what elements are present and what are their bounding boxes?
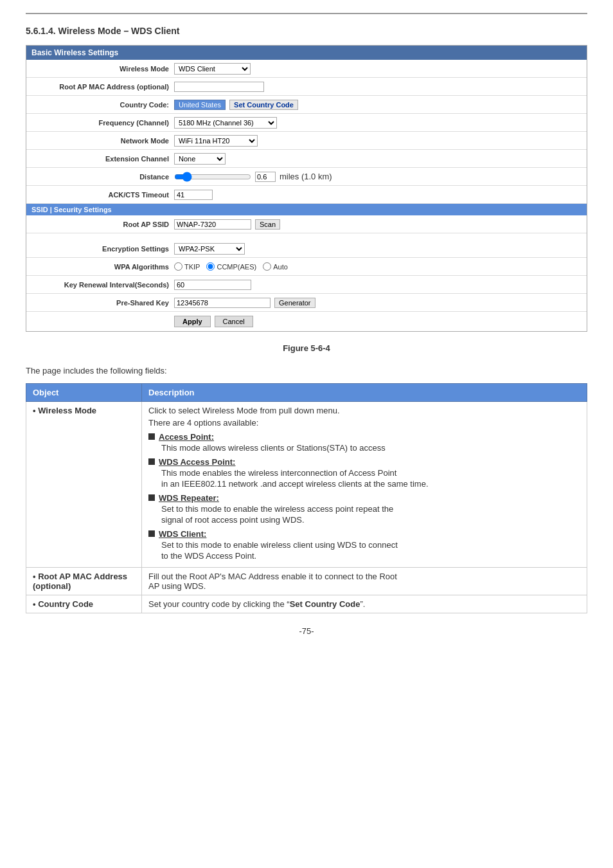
root-ap-desc: Fill out the Root AP's MAC Address enabl… <box>142 568 587 595</box>
ccmp-radio-item: CCMP(AES) <box>206 262 256 271</box>
ccmp-label: CCMP(AES) <box>217 263 256 271</box>
country-code-desc-row: • Country Code Set your country code by … <box>26 595 587 613</box>
col1-header: Object <box>26 384 142 402</box>
wds-ap-title: WDS Access Point: <box>159 457 235 467</box>
wm-options-intro: There are 4 options available: <box>148 418 580 428</box>
root-ap-ssid-label: Root AP SSID <box>26 221 174 228</box>
root-ap-mac-input[interactable] <box>174 82 264 92</box>
ext-channel-select[interactable]: None <box>174 153 226 165</box>
key-renewal-label: Key Renewal Interval(Seconds) <box>26 281 174 289</box>
ack-timeout-input[interactable] <box>174 190 213 200</box>
wireless-mode-select[interactable]: WDS Client Access Point WDS Access Point… <box>174 63 251 75</box>
wireless-mode-row: Wireless Mode WDS Client Access Point WD… <box>26 60 587 78</box>
wireless-mode-desc: Click to select Wireless Mode from pull … <box>142 402 587 568</box>
key-renewal-input[interactable] <box>174 280 251 290</box>
distance-slider[interactable] <box>174 172 251 182</box>
wm-options-list: Access Point: This mode allows wireless … <box>148 431 580 561</box>
root-ap-desc2: AP using WDS. <box>148 581 206 591</box>
root-ap-ssid-input[interactable] <box>174 219 251 230</box>
country-code-object: • Country Code <box>26 595 142 613</box>
frequency-select[interactable]: 5180 MHz (Channel 36) <box>174 117 277 129</box>
description-table: Object Description • Wireless Mode Click… <box>26 383 587 613</box>
encryption-select[interactable]: WPA2-PSK <box>174 243 245 255</box>
tkip-label: TKIP <box>184 263 200 271</box>
auto-label: Auto <box>273 263 288 271</box>
wpa-algo-label: WPA Algorithms <box>26 263 174 271</box>
tkip-radio[interactable] <box>174 262 182 271</box>
distance-unit: miles (1.0 km) <box>280 172 332 181</box>
wds-ap-desc2: in an IEEE802.11 network .and accept wir… <box>148 479 580 489</box>
tkip-radio-item: TKIP <box>174 262 200 271</box>
distance-row: Distance miles (1.0 km) <box>26 168 587 186</box>
bullet-wds-ap <box>148 458 155 465</box>
wireless-mode-object: • Wireless Mode <box>26 402 142 568</box>
root-ap-desc-row: • Root AP MAC Address (optional) Fill ou… <box>26 568 587 595</box>
wds-client-desc1: Set to this mode to enable wireless clie… <box>148 540 580 550</box>
ext-channel-label: Extension Channel <box>26 155 174 163</box>
col2-header: Description <box>142 384 587 402</box>
pre-shared-label: Pre-Shared Key <box>26 299 174 307</box>
bullet-ap <box>148 433 155 440</box>
network-mode-select[interactable]: WiFi 11na HT20 <box>174 135 258 147</box>
frequency-label: Frequency (Channel) <box>26 119 174 127</box>
wds-client-title: WDS Client: <box>159 529 206 539</box>
country-code-desc-text: Set your country code by clicking the “S… <box>148 599 365 609</box>
figure-caption: Figure 5-6-4 <box>26 343 587 353</box>
ack-timeout-label: ACK/CTS Timeout <box>26 191 174 199</box>
wds-repeater-title: WDS Repeater: <box>159 493 219 503</box>
page-description: The page includes the following fields: <box>26 366 587 375</box>
ap-title: Access Point: <box>159 432 214 442</box>
encryption-label: Encryption Settings <box>26 245 174 253</box>
wds-repeater-desc1: Set to this mode to enable the wireless … <box>148 504 580 514</box>
auto-radio-item: Auto <box>263 262 288 271</box>
wds-client-desc2: to the WDS Access Point. <box>148 551 580 561</box>
root-ap-ssid-row: Root AP SSID Scan <box>26 215 587 233</box>
wm-intro: Click to select Wireless Mode from pull … <box>148 406 580 415</box>
option-wds-ap: WDS Access Point: This mode enables the … <box>148 457 580 489</box>
generator-button[interactable]: Generator <box>274 298 315 308</box>
bullet-wds-repeater <box>148 494 155 501</box>
apply-cancel-row: Apply Cancel <box>26 312 587 331</box>
ssid-security-header: SSID | Security Settings <box>26 204 587 215</box>
country-code-row: Country Code: United States Set Country … <box>26 96 587 114</box>
option-wds-repeater: WDS Repeater: Set to this mode to enable… <box>148 493 580 525</box>
root-ap-desc1: Fill out the Root AP's MAC Address enabl… <box>148 572 397 581</box>
wpa-algo-row: WPA Algorithms TKIP CCMP(AES) Auto <box>26 258 587 276</box>
cancel-button[interactable]: Cancel <box>215 316 253 327</box>
root-ap-mac-row: Root AP MAC Address (optional) <box>26 78 587 96</box>
option-wds-client: WDS Client: Set to this mode to enable w… <box>148 529 580 561</box>
network-mode-label: Network Mode <box>26 137 174 145</box>
ext-channel-row: Extension Channel None <box>26 150 587 168</box>
set-country-code-button[interactable]: Set Country Code <box>229 100 298 110</box>
ap-desc: This mode allows wireless clients or Sta… <box>148 443 580 453</box>
wireless-mode-desc-row: • Wireless Mode Click to select Wireless… <box>26 402 587 568</box>
frequency-row: Frequency (Channel) 5180 MHz (Channel 36… <box>26 114 587 132</box>
network-mode-row: Network Mode WiFi 11na HT20 <box>26 132 587 150</box>
key-renewal-row: Key Renewal Interval(Seconds) <box>26 276 587 294</box>
country-code-desc: Set your country code by clicking the “S… <box>142 595 587 613</box>
scan-button[interactable]: Scan <box>255 219 280 230</box>
ack-timeout-row: ACK/CTS Timeout <box>26 186 587 204</box>
ccmp-radio[interactable] <box>206 262 215 271</box>
pre-shared-input[interactable] <box>174 298 271 308</box>
apply-button[interactable]: Apply <box>174 316 211 327</box>
option-ap: Access Point: This mode allows wireless … <box>148 431 580 453</box>
root-ap-mac-label: Root AP MAC Address (optional) <box>26 83 174 91</box>
distance-value[interactable] <box>255 172 276 182</box>
bullet-wds-client <box>148 530 155 537</box>
spacer-row <box>26 233 587 240</box>
wds-repeater-desc2: signal of root access point using WDS. <box>148 515 580 525</box>
page-number: -75- <box>26 626 587 636</box>
encryption-row: Encryption Settings WPA2-PSK <box>26 240 587 258</box>
wireless-mode-label: Wireless Mode <box>26 65 174 73</box>
auto-radio[interactable] <box>263 262 271 271</box>
wpa-algo-group: TKIP CCMP(AES) Auto <box>174 262 288 271</box>
country-code-label: Country Code: <box>26 101 174 109</box>
distance-label: Distance <box>26 173 174 181</box>
panel-header: Basic Wireless Settings <box>26 46 587 60</box>
top-border <box>26 13 587 14</box>
wds-ap-desc1: This mode enables the wireless interconn… <box>148 468 580 478</box>
pre-shared-row: Pre-Shared Key Generator <box>26 294 587 312</box>
root-ap-object: • Root AP MAC Address (optional) <box>26 568 142 595</box>
config-panel: Basic Wireless Settings Wireless Mode WD… <box>26 45 587 332</box>
